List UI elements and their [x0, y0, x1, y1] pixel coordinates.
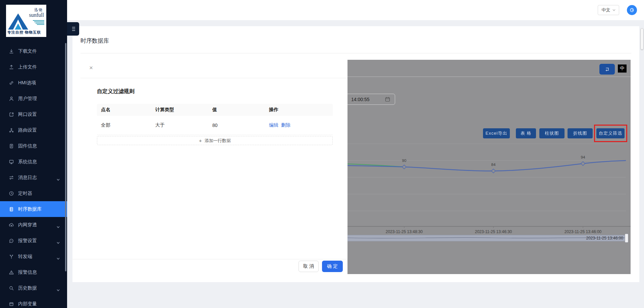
x-axis-labels: 2023-11-25 13:48:30 2023-11-25 13:46:30 …	[386, 229, 602, 234]
sidebar-item-nat[interactable]: 内网穿透	[0, 217, 67, 233]
chevron-down-icon	[57, 176, 60, 178]
cell-value: 80	[212, 123, 218, 128]
svg-text:90: 90	[402, 159, 407, 163]
close-icon[interactable]: ×	[89, 64, 93, 71]
topbar: 中文	[67, 0, 644, 20]
svg-text:2023-11-25 13:46:00: 2023-11-25 13:46:00	[565, 229, 602, 234]
chevron-down-icon	[57, 224, 60, 226]
datazoom-handle[interactable]	[625, 234, 628, 243]
sidebar-item-label: 定时器	[18, 190, 32, 196]
filter-rules-table: 点名 计算类型 值 操作 全部 大于 80 编辑 删除	[97, 104, 333, 135]
logo-script-text: 迅饶	[34, 7, 43, 12]
database-icon	[9, 207, 14, 212]
sidebar-item-label: 报警信息	[18, 269, 37, 275]
sidebar-item-label: 时序数据库	[18, 206, 42, 212]
chevron-down-icon	[57, 239, 60, 241]
sidebar-item-label: 固件信息	[18, 143, 37, 149]
sidebar-item-message-log[interactable]: 消息日志	[0, 170, 67, 185]
branch-icon	[9, 254, 14, 259]
system-info-icon	[9, 159, 14, 165]
download-icon	[9, 49, 14, 54]
confirm-button[interactable]: 确 定	[322, 261, 343, 272]
cell-point-name: 全部	[101, 122, 110, 128]
logo-triangle-icon	[7, 12, 31, 32]
chevron-down-icon	[612, 9, 615, 11]
divider	[72, 259, 347, 259]
sidebar-item-port[interactable]: 网口设置	[0, 106, 67, 122]
add-row-button[interactable]: + 添加一行数据	[97, 136, 333, 145]
custom-filter-dialog: × 自定义过滤规则 点名 计算类型 值 操作 全部 大于 80 编辑 删除 + …	[72, 60, 347, 280]
sidebar-collapse-toggle[interactable]	[67, 22, 79, 36]
port-icon	[9, 112, 14, 117]
sidebar-item-forwarder[interactable]: 转发端	[0, 249, 67, 264]
logout-avatar-button[interactable]	[627, 5, 637, 15]
plus-icon: +	[199, 138, 202, 143]
clock-icon	[9, 191, 14, 196]
user-icon	[9, 96, 14, 101]
sidebar: 迅饶 sunfull 专注自控 物物互联 下载文件 上传文件 HMI选项 用户管…	[0, 0, 67, 308]
sidebar-item-label: HMI选项	[18, 80, 36, 86]
sidebar-item-tsdb[interactable]: 时序数据库	[0, 201, 67, 217]
column-header: 点名	[101, 107, 110, 113]
swap-arrows-icon	[9, 175, 14, 180]
delete-link[interactable]: 删除	[281, 122, 290, 128]
cancel-button[interactable]: 取 消	[299, 261, 319, 272]
column-header: 值	[212, 107, 217, 113]
sidebar-item-download[interactable]: 下载文件	[0, 43, 67, 59]
comment-icon	[9, 238, 14, 244]
column-header: 操作	[269, 107, 278, 113]
sidebar-item-label: 内部变量	[18, 301, 37, 307]
sidebar-item-internal-vars[interactable]: 内部变量	[0, 296, 67, 308]
sidebar-item-label: 下载文件	[18, 48, 37, 54]
dialog-section-title: 自定义过滤规则	[97, 88, 135, 95]
language-select-value: 中文	[602, 7, 610, 13]
sidebar-item-label: 报警设置	[18, 238, 37, 244]
logo-brand-text: sunfull	[29, 12, 44, 18]
sidebar-item-label: 历史数据	[18, 285, 37, 291]
sidebar-item-label: 用户管理	[18, 96, 37, 102]
box-icon	[9, 301, 14, 307]
main-scrollbar[interactable]	[641, 28, 643, 50]
sidebar-item-alarm-settings[interactable]: 报警设置	[0, 233, 67, 249]
sidebar-item-system[interactable]: 系统信息	[0, 154, 67, 170]
sidebar-item-upload[interactable]: 上传文件	[0, 59, 67, 75]
sidebar-item-alarm-info[interactable]: 报警信息	[0, 264, 67, 280]
menu-list-icon	[70, 27, 76, 31]
datazoom-slider[interactable]: 2023-11-25 13:46:00	[347, 234, 628, 243]
sidebar-item-hmi[interactable]: HMI选项	[0, 75, 67, 91]
sidebar-nav: 下载文件 上传文件 HMI选项 用户管理 网口设置 路由设置 固件信息 系统信	[0, 43, 67, 308]
language-select[interactable]: 中文	[598, 5, 619, 15]
add-row-label: 添加一行数据	[205, 138, 231, 144]
datazoom-end-label: 2023-11-25 13:46:00	[586, 236, 623, 240]
column-header: 计算类型	[155, 107, 174, 113]
cloud-upload-icon	[9, 222, 14, 228]
table-header-row: 点名 计算类型 值 操作	[97, 104, 333, 116]
edit-link[interactable]: 编辑	[269, 122, 278, 128]
sidebar-item-label: 消息日志	[18, 175, 37, 181]
firmware-icon	[9, 143, 14, 149]
divider	[80, 53, 631, 53]
line-chart: 90 84 94 2023-11-25 13:48:30 2023-11-25 …	[347, 60, 631, 274]
svg-text:84: 84	[491, 163, 496, 167]
sidebar-item-firmware[interactable]: 固件信息	[0, 138, 67, 154]
sidebar-item-users[interactable]: 用户管理	[0, 91, 67, 106]
route-icon	[9, 128, 14, 133]
sidebar-item-label: 路由设置	[18, 127, 37, 133]
search-icon	[9, 285, 14, 291]
chart-panel-masked: 中 14:00:55 Excel导出 表 格 柱状图 折线图 自定义筛选 90 …	[347, 60, 631, 274]
sidebar-item-route[interactable]: 路由设置	[0, 122, 67, 138]
sidebar-item-label: 系统信息	[18, 159, 37, 165]
data-point-labels: 90 84 94	[402, 155, 585, 167]
sidebar-scrollbar[interactable]	[65, 43, 66, 271]
page-title: 时序数据库	[80, 37, 109, 45]
table-row: 全部 大于 80 编辑 删除	[97, 116, 333, 135]
sidebar-item-label: 网口设置	[18, 112, 37, 118]
sidebar-item-label: 内网穿透	[18, 222, 37, 228]
link-icon	[9, 80, 14, 86]
company-logo: 迅饶 sunfull 专注自控 物物互联	[6, 5, 46, 37]
sidebar-item-history[interactable]: 历史数据	[0, 280, 67, 296]
logout-icon	[629, 7, 635, 13]
chevron-down-icon	[57, 255, 60, 257]
sidebar-item-timer[interactable]: 定时器	[0, 185, 67, 201]
logo-tagline: 专注自控 物物互联	[7, 30, 45, 35]
